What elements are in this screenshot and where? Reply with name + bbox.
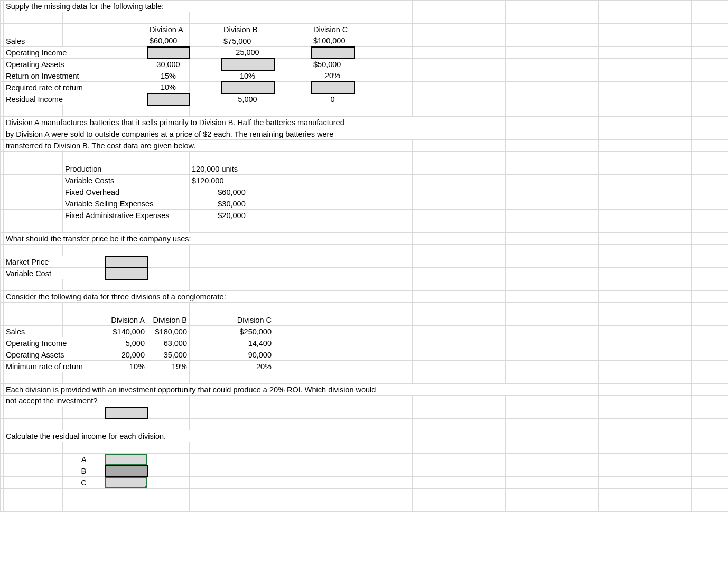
table-row: not accept the investment? [1, 396, 729, 407]
text-line: not accept the investment? [4, 396, 190, 407]
table-row [1, 105, 729, 117]
table-row: Operating Assets 30,000 $50,000 [1, 59, 729, 70]
row-label: Operating Income [4, 337, 105, 349]
cell-value: $30,000 [190, 198, 274, 210]
cell-value: 63,000 [147, 337, 190, 349]
cell-value: $100,000 [311, 35, 354, 47]
spreadsheet-grid[interactable]: Supply the missing data for the followin… [0, 0, 728, 512]
table-row [1, 500, 729, 512]
table-row: Market Price [1, 256, 729, 268]
table-row: What should the transfer price be if the… [1, 233, 729, 245]
row-label: Market Price [4, 256, 105, 268]
table-row: Division A Division B Division C [1, 24, 729, 35]
cell-value: $120,000 [190, 175, 274, 186]
table-row: A [1, 454, 729, 465]
table-row: Consider the following data for three di… [1, 291, 729, 303]
row-label: Residual Income [4, 93, 105, 105]
section-title: Supply the missing data for the followin… [4, 1, 221, 12]
table-row: Fixed Administrative Expenses$20,000 [1, 210, 729, 221]
cell-value: $60,000 [190, 186, 274, 198]
selected-cell[interactable] [105, 454, 147, 465]
row-label: Variable Costs [63, 175, 147, 186]
table-row [1, 372, 729, 384]
input-cell[interactable] [105, 407, 147, 419]
table-row: Operating Income 25,000 [1, 47, 729, 59]
row-label: Operating Assets [4, 59, 105, 70]
input-cell[interactable] [311, 82, 354, 93]
input-cell[interactable] [311, 47, 354, 59]
row-label: Fixed Administrative Expenses [63, 210, 190, 221]
row-label: Variable Cost [4, 268, 105, 279]
selected-cell[interactable] [105, 477, 147, 489]
cell-value: 25,000 [221, 47, 274, 59]
table-row: Required rate of return 10% [1, 82, 729, 93]
table-row: Division A Division B Division C [1, 314, 729, 326]
table-row: Minimum rate of return 10% 19% 20% [1, 361, 729, 372]
col-division-c: Division C [311, 24, 354, 35]
input-cell[interactable] [147, 93, 190, 105]
input-cell[interactable] [147, 47, 190, 59]
cell-value: 5,000 [105, 337, 147, 349]
row-label: Operating Assets [4, 349, 105, 361]
row-label: Operating Income [4, 47, 105, 59]
col-division-a: Division A [105, 314, 147, 326]
table-row: Variable Costs$120,000 [1, 175, 729, 186]
cell-value: $60,000 [147, 35, 190, 47]
row-label: C [63, 477, 105, 489]
cell-value: $140,000 [105, 326, 147, 337]
table-row [1, 303, 729, 314]
section-title: Consider the following data for three di… [4, 291, 354, 303]
table-row: C [1, 477, 729, 489]
text-line: What should the transfer price be if the… [4, 233, 274, 245]
row-label: B [63, 465, 105, 477]
table-row: Residual Income 5,000 0 [1, 93, 729, 105]
row-label: Required rate of return [4, 82, 147, 93]
input-cell[interactable] [221, 59, 274, 70]
cell-value: 0 [311, 93, 354, 105]
text-line: transferred to Division B. The cost data… [4, 140, 311, 152]
row-label: Sales [4, 326, 63, 337]
cell-value: 5,000 [221, 93, 274, 105]
table-row: Fixed Overhead$60,000 [1, 186, 729, 198]
table-row: Calculate the residual income for each d… [1, 430, 729, 442]
col-division-a: Division A [147, 24, 190, 35]
table-row: Sales $140,000 $180,000 $250,000 [1, 326, 729, 337]
text-line: Division A manufactures batteries that i… [4, 117, 506, 128]
table-row: Variable Cost [1, 268, 729, 279]
row-label: Minimum rate of return [4, 361, 105, 372]
col-division-c: Division C [190, 314, 274, 326]
table-row: Division A manufactures batteries that i… [1, 117, 729, 128]
cell-value: 30,000 [147, 59, 190, 70]
cell-value: $180,000 [147, 326, 190, 337]
table-row: B [1, 465, 729, 477]
col-division-b: Division B [221, 24, 274, 35]
table-row [1, 442, 729, 454]
cell-value: $250,000 [190, 326, 274, 337]
table-row [1, 419, 729, 430]
cell-value: 120,000 units [190, 163, 274, 175]
col-division-b: Division B [147, 314, 190, 326]
table-row: Operating Income 5,000 63,000 14,400 [1, 337, 729, 349]
cell-value: $75,000 [221, 35, 274, 47]
section-title: Calculate the residual income for each d… [4, 430, 274, 442]
input-cell[interactable] [221, 82, 274, 93]
table-row: transferred to Division B. The cost data… [1, 140, 729, 152]
cell-value: $20,000 [190, 210, 274, 221]
table-row: Return on Investment 15% 10% 20% [1, 70, 729, 82]
table-row: Sales $60,000 $75,000 $100,000 [1, 35, 729, 47]
table-row: Operating Assets 20,000 35,000 90,000 [1, 349, 729, 361]
table-row: Supply the missing data for the followin… [1, 1, 729, 12]
cell-value: 10% [147, 82, 190, 93]
cell-value: 15% [147, 70, 190, 82]
table-row [1, 221, 729, 233]
cell-value: 10% [105, 361, 147, 372]
cell-value: 20% [190, 361, 274, 372]
table-row: Production120,000 units [1, 163, 729, 175]
input-cell[interactable] [105, 268, 147, 279]
cell-value: 90,000 [190, 349, 274, 361]
table-row [1, 245, 729, 256]
row-label: Sales [4, 35, 63, 47]
row-label: Variable Selling Expenses [63, 198, 190, 210]
input-cell[interactable] [105, 256, 147, 268]
input-cell[interactable] [105, 465, 147, 477]
